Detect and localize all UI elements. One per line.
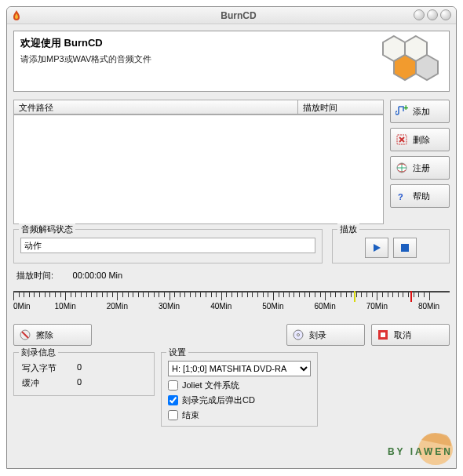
help-button[interactable]: ? 帮助: [390, 184, 450, 208]
settings-group: 设置 H: [1;0;0] MATSHITA DVD-RA Joliet 文件系…: [161, 352, 318, 427]
add-label: 添加: [413, 106, 430, 118]
welcome-panel: 欢迎使用 BurnCD 请添加MP3或WAV格式的音频文件: [13, 31, 450, 92]
erase-button[interactable]: 擦除: [13, 324, 92, 346]
question-icon: ?: [396, 190, 408, 202]
erase-icon: [19, 329, 31, 341]
ruler-label: 20Min: [107, 302, 128, 311]
file-table-body[interactable]: [13, 114, 384, 224]
svg-marker-3: [416, 55, 438, 80]
svg-text:+: +: [403, 105, 408, 112]
watermark: BY IAWEN: [338, 423, 456, 468]
file-table: 文件路径 描放时间: [13, 100, 384, 224]
buffer-label: 缓冲: [22, 377, 77, 389]
settings-legend: 设置: [166, 347, 188, 358]
timeline-ruler[interactable]: 0Min10Min20Min30Min40Min50Min60Min70Min8…: [13, 291, 450, 321]
bytes-label: 写入字节: [22, 362, 77, 374]
stop-button[interactable]: [393, 238, 417, 258]
burn-label: 刻录: [309, 329, 326, 341]
ruler-label: 80Min: [418, 302, 439, 311]
disc-icon: [292, 329, 304, 341]
svg-marker-8: [374, 244, 381, 252]
playback-legend: 描放: [337, 223, 359, 235]
finalize-checkbox[interactable]: [168, 410, 178, 420]
maximize-button[interactable]: [427, 9, 438, 20]
bytes-value: 0: [77, 362, 82, 374]
app-window: BurnCD 欢迎使用 BurnCD 请添加MP3或WAV格式的音频文件: [6, 6, 457, 469]
svg-marker-2: [394, 55, 416, 80]
ruler-label: 40Min: [210, 302, 232, 311]
music-plus-icon: +: [396, 105, 408, 118]
flame-icon: [12, 10, 21, 21]
play-time-value: 00:00:00 Min: [73, 271, 123, 280]
help-label: 帮助: [413, 191, 430, 202]
window-controls: [414, 9, 451, 20]
decode-status-group: 音频解码状态: [13, 229, 323, 263]
burn-button[interactable]: 刻录: [286, 324, 365, 346]
marker-yellow: [354, 291, 355, 302]
cancel-button[interactable]: 取消: [371, 324, 450, 346]
ruler-label: 50Min: [262, 302, 283, 311]
burn-info-group: 刻录信息 写入字节 0 缓冲 0: [13, 352, 155, 396]
register-button[interactable]: 注册: [390, 156, 450, 180]
buffer-value: 0: [77, 377, 82, 389]
stop-icon: [400, 243, 410, 253]
finalize-checkbox-row[interactable]: 结束: [168, 409, 311, 421]
play-icon: [372, 243, 381, 253]
joliet-checkbox-row[interactable]: Joliet 文件系统: [168, 380, 311, 391]
hexagon-logo-icon: [377, 35, 446, 91]
svg-point-12: [297, 334, 300, 336]
ruler-label: 70Min: [366, 302, 388, 311]
remove-label: 删除: [413, 134, 430, 146]
titlebar[interactable]: BurnCD: [7, 7, 456, 24]
cancel-label: 取消: [394, 329, 411, 341]
ruler-label: 0Min: [13, 302, 31, 311]
play-time-row: 描放时间: 00:00:00 Min: [13, 268, 450, 283]
play-time-label: 描放时间:: [16, 271, 53, 280]
add-button[interactable]: + 添加: [390, 100, 450, 123]
minimize-button[interactable]: [414, 9, 425, 20]
window-title: BurnCD: [21, 10, 456, 21]
marker-red: [410, 291, 412, 302]
ruler-label: 30Min: [159, 302, 180, 311]
svg-rect-14: [381, 332, 385, 337]
finalize-label: 结束: [182, 409, 199, 421]
svg-text:?: ?: [398, 192, 403, 202]
erase-label: 擦除: [36, 329, 53, 341]
play-button[interactable]: [365, 238, 388, 258]
eject-checkbox-row[interactable]: 刻录完成后弹出CD: [168, 394, 311, 406]
close-button[interactable]: [440, 9, 451, 20]
column-header-path[interactable]: 文件路径: [13, 100, 297, 114]
cancel-stop-icon: [377, 329, 389, 341]
svg-rect-9: [401, 244, 409, 252]
ruler-label: 60Min: [315, 302, 336, 311]
eject-checkbox[interactable]: [168, 395, 178, 405]
register-globe-icon: [396, 162, 408, 174]
remove-button[interactable]: 删除: [390, 128, 450, 151]
ruler-label: 10Min: [55, 302, 76, 311]
column-header-time[interactable]: 描放时间: [297, 100, 384, 114]
decode-status-input[interactable]: [20, 238, 315, 253]
register-label: 注册: [413, 162, 430, 174]
eject-label: 刻录完成后弹出CD: [182, 394, 255, 406]
burn-info-legend: 刻录信息: [19, 347, 58, 358]
client-area: 欢迎使用 BurnCD 请添加MP3或WAV格式的音频文件 文件路径 描放时间: [7, 24, 456, 433]
delete-x-icon: [396, 133, 408, 146]
watermark-text: BY IAWEN: [388, 446, 453, 457]
playback-group: 描放: [332, 229, 450, 263]
decode-legend: 音频解码状态: [19, 223, 75, 235]
joliet-label: Joliet 文件系统: [182, 380, 239, 391]
drive-select[interactable]: H: [1;0;0] MATSHITA DVD-RA: [168, 361, 311, 376]
joliet-checkbox[interactable]: [168, 380, 178, 391]
